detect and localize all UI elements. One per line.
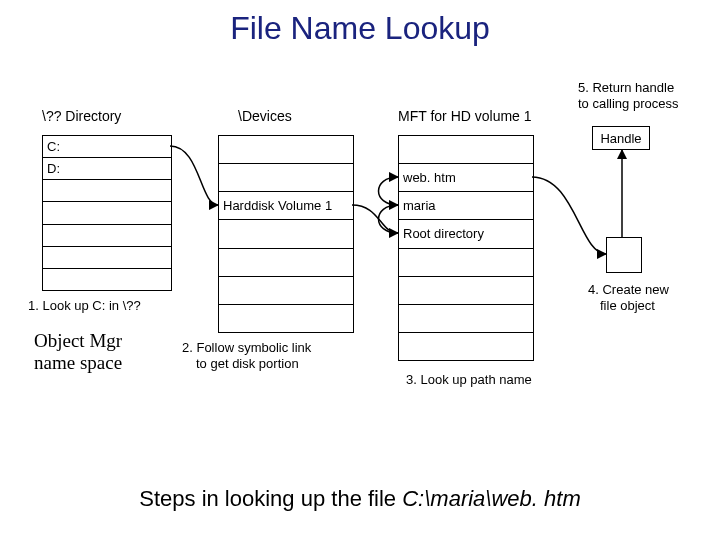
step-4-label-l2: file object <box>600 298 655 314</box>
step-4-label-l1: 4. Create new <box>588 282 669 298</box>
table-row: C: <box>43 136 171 157</box>
table-row <box>399 276 533 304</box>
step-2-label-l1: 2. Follow symbolic link <box>182 340 311 356</box>
table-row <box>219 163 353 191</box>
table-row <box>399 332 533 360</box>
step-3-label: 3. Look up path name <box>406 372 532 388</box>
objmgr-label-l1: Object Mgr <box>34 330 122 353</box>
table-row: D: <box>43 157 171 179</box>
table-row: maria <box>399 191 533 219</box>
table-row <box>219 276 353 304</box>
table-devices: Harddisk Volume 1 <box>218 135 354 333</box>
caption: Steps in looking up the file C:\maria\we… <box>0 486 720 512</box>
table-row <box>219 136 353 163</box>
table-row: Root directory <box>399 219 533 247</box>
table-mft: web. htm maria Root directory <box>398 135 534 361</box>
table-row: Harddisk Volume 1 <box>219 191 353 219</box>
table-row <box>43 201 171 223</box>
file-object-box <box>606 237 642 273</box>
table-row <box>399 136 533 163</box>
step-1-label: 1. Look up C: in \?? <box>28 298 141 314</box>
col-header-devices: \Devices <box>238 108 292 124</box>
step-5-label-l1: 5. Return handle <box>578 80 674 96</box>
step-2-label-l2: to get disk portion <box>196 356 299 372</box>
page-title: File Name Lookup <box>0 10 720 47</box>
table-row <box>43 268 171 290</box>
table-dir: C: D: <box>42 135 172 291</box>
handle-box: Handle <box>592 126 650 150</box>
step-5-label-l2: to calling process <box>578 96 678 112</box>
table-row: web. htm <box>399 163 533 191</box>
table-row <box>43 224 171 246</box>
table-row <box>399 304 533 332</box>
table-row <box>43 179 171 201</box>
table-row <box>219 219 353 247</box>
caption-prefix: Steps in looking up the file <box>139 486 402 511</box>
table-row <box>219 248 353 276</box>
col-header-dir: \?? Directory <box>42 108 121 124</box>
table-row <box>43 246 171 268</box>
col-header-mft: MFT for HD volume 1 <box>398 108 532 124</box>
table-row <box>399 248 533 276</box>
table-row <box>219 304 353 332</box>
caption-path: C:\maria\web. htm <box>402 486 581 511</box>
objmgr-label-l2: name space <box>34 352 122 375</box>
